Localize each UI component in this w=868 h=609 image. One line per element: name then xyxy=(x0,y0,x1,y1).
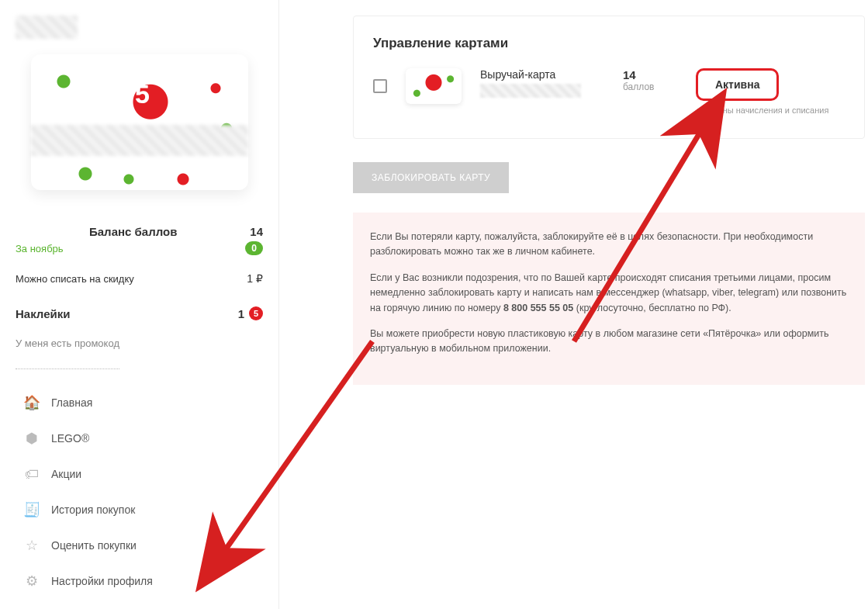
month-value-badge: 0 xyxy=(245,241,263,255)
info-paragraph-2: Если у Вас возникли подозрения, что по В… xyxy=(370,271,848,316)
card-number-blurred xyxy=(31,125,248,156)
profile-name-blurred xyxy=(16,16,78,39)
lego-icon: ⬢ xyxy=(23,430,40,447)
card-management-panel: Управление картами Выручай-карта 14 балл… xyxy=(353,16,865,139)
card-row: Выручай-карта 14 баллов Активна доступны… xyxy=(373,68,845,115)
stickers-count: 1 xyxy=(238,307,244,320)
balance-value: 14 xyxy=(250,225,263,238)
mini-card-image xyxy=(406,68,462,104)
receipt-icon: 🧾 xyxy=(23,501,40,518)
info-paragraph-1: Если Вы потеряли карту, пожалуйста, забл… xyxy=(370,230,848,260)
home-icon: 🏠 xyxy=(23,394,40,411)
nav-promos[interactable]: 🏷 Акции xyxy=(16,456,263,492)
info-box: Если Вы потеряли карту, пожалуйста, забл… xyxy=(353,213,865,385)
sticker-badge-icon: 5 xyxy=(249,306,263,320)
nav-home[interactable]: 🏠 Главная xyxy=(16,385,263,420)
card-status-highlight: Активна xyxy=(696,68,779,101)
gear-icon: ⚙ xyxy=(23,573,40,590)
star-icon: ☆ xyxy=(23,537,40,554)
nav-rate-purchases[interactable]: ☆ Оценить покупки xyxy=(16,528,263,563)
loyalty-card-image: 5 xyxy=(31,54,248,190)
nav-profile-settings[interactable]: ⚙ Настройки профиля xyxy=(16,563,263,599)
card-status-sub: доступны начисления и списания xyxy=(696,106,843,115)
nav-lego[interactable]: ⬢ LEGO® xyxy=(16,420,263,456)
hotline-phone: 8 800 555 55 05 xyxy=(503,303,573,313)
balance-label: Баланс баллов xyxy=(89,225,177,238)
card-status: Активна xyxy=(715,78,759,91)
nav-label: Настройки профиля xyxy=(51,575,153,587)
nav-label: Акции xyxy=(51,468,81,480)
points-value: 14 xyxy=(623,68,677,81)
discount-label: Можно списать на скидку xyxy=(16,273,134,285)
nav-purchase-history[interactable]: 🧾 История покупок xyxy=(16,492,263,528)
stickers-label: Наклейки xyxy=(16,307,71,320)
points-label: баллов xyxy=(623,81,677,92)
info-paragraph-3: Вы можете приобрести новую пластиковую к… xyxy=(370,327,848,357)
panel-title: Управление картами xyxy=(373,36,845,51)
promo-link[interactable]: У меня есть промокод xyxy=(16,328,119,369)
sidebar-nav: 🏠 Главная ⬢ LEGO® 🏷 Акции 🧾 История поку… xyxy=(16,385,263,609)
brand-five-icon: 5 xyxy=(135,79,150,109)
card-number-blurred xyxy=(480,84,581,98)
nav-label: LEGO® xyxy=(51,432,89,445)
block-card-button[interactable]: ЗАБЛОКИРОВАТЬ КАРТУ xyxy=(353,162,509,193)
nav-label: История покупок xyxy=(51,503,135,516)
sidebar: 5 Баланс баллов 14 За ноябрь 0 Можно спи… xyxy=(0,0,279,609)
nav-card-management[interactable]: 💳 Управление картами 1 xyxy=(16,599,263,609)
card-checkbox[interactable] xyxy=(373,79,387,93)
card-name: Выручай-карта xyxy=(480,68,604,81)
main-content: Управление картами Выручай-карта 14 балл… xyxy=(279,0,868,609)
nav-label: Главная xyxy=(51,396,92,409)
nav-label: Оценить покупки xyxy=(51,539,137,552)
tag-icon: 🏷 xyxy=(23,465,40,483)
month-label: За ноябрь xyxy=(16,243,64,254)
discount-value: 1 ₽ xyxy=(247,272,263,285)
